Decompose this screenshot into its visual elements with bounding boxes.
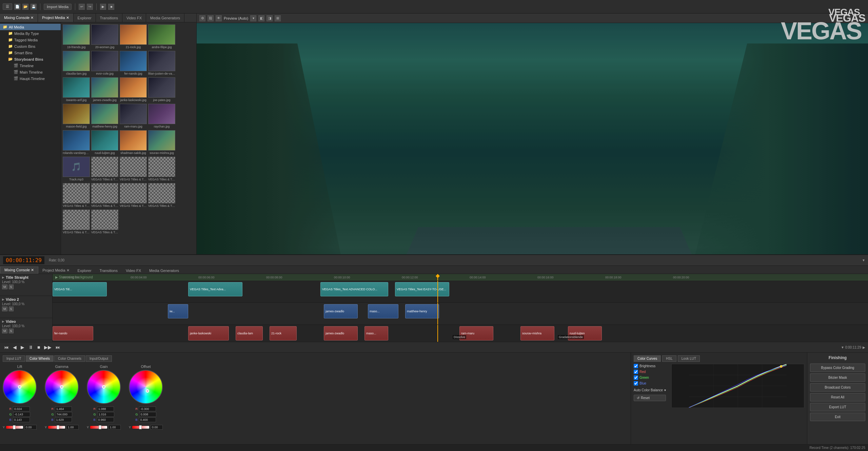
tab-input-lut[interactable]: Input LUT (3, 355, 25, 362)
bezier-mask-button[interactable]: Bézier Mask (810, 373, 865, 382)
table-row[interactable]: iw... (168, 304, 188, 318)
stop-icon[interactable]: ■ (108, 4, 114, 10)
offset-wheel[interactable] (129, 370, 163, 404)
gain-wheel-handle[interactable] (102, 385, 105, 389)
chain-icon[interactable]: ⛓ (208, 15, 214, 21)
list-item[interactable]: VEGAS Titles & Text BEAUTIFUL VIGNE... (91, 182, 119, 208)
gamma-y-input[interactable] (66, 425, 79, 430)
transport-go-end[interactable]: ⏭ (54, 345, 62, 350)
list-item[interactable]: claudia-lam.jpg (62, 50, 90, 76)
tab-media-generators[interactable]: Media Generators (146, 14, 184, 22)
tree-all-media[interactable]: 📁 All Media (0, 24, 61, 30)
tab-mixing-console-tl[interactable]: Mixing Console ✕ (0, 267, 38, 274)
table-row[interactable]: james-zwadlo (324, 326, 358, 340)
table-row[interactable]: james-zwadlo (324, 304, 358, 318)
list-item[interactable]: lilian-justen-de-vasco ncellos.jpg (148, 50, 176, 76)
lift-r-input[interactable] (13, 407, 30, 411)
list-item[interactable]: VEGAS Titles & Text 43 (119, 156, 147, 182)
gain-r-input[interactable] (97, 407, 114, 411)
track-solo-2[interactable]: S (9, 307, 14, 311)
preview-btn3[interactable]: ⊞ (275, 15, 281, 21)
list-item[interactable]: 20-women.jpg (91, 24, 119, 50)
tree-smart-bins[interactable]: 📁 Smart Bins (0, 50, 61, 56)
lift-y-slider[interactable] (6, 426, 23, 429)
table-row[interactable]: fer-nando (53, 326, 93, 340)
list-item[interactable]: matthew-henry.jpg (91, 103, 119, 129)
new-icon[interactable]: 📄 (14, 4, 20, 10)
tab-transitions-tl[interactable]: Transitions (96, 268, 122, 274)
auto-balance-dropdown[interactable]: ▾ (664, 388, 666, 392)
save-icon[interactable]: 💾 (31, 4, 37, 10)
list-item[interactable]: joe-yates.jpg (148, 77, 176, 102)
tab-project-media-tl[interactable]: Project Media ✕ (38, 267, 73, 274)
lift-g-input[interactable] (13, 412, 30, 417)
table-row[interactable]: janke-laskowski (188, 326, 229, 340)
list-item[interactable]: VEGAS Titles & Text DISCOVER CREATI... (91, 209, 119, 235)
track-solo-3[interactable]: S (9, 329, 14, 333)
gamma-g-input[interactable] (55, 412, 72, 417)
tree-storyboard-bins[interactable]: 📂 Storyboard Bins (0, 56, 61, 62)
app-menu[interactable]: ☰ (3, 3, 12, 10)
track-mute-1[interactable]: M (2, 285, 7, 289)
list-item[interactable]: james-zwadlo.jpg (91, 77, 119, 102)
tab-color-wheels[interactable]: Color Wheels (26, 355, 54, 362)
table-row[interactable]: sourav-mishra (520, 326, 554, 340)
tab-input-output[interactable]: Input/Output (86, 355, 112, 362)
table-row[interactable]: VEGAS Titl... (53, 282, 107, 296)
list-item[interactable]: VEGAS Titles & Text DIRECT UPLOAD TO (148, 182, 176, 208)
green-check[interactable]: Green (634, 375, 666, 380)
list-item[interactable]: fer-nando.jpg (119, 50, 147, 76)
import-media-btn[interactable]: Import Media (44, 4, 72, 10)
transport-pause[interactable]: ⏸ (27, 345, 35, 350)
track-expand-icon-2[interactable]: ▶ (2, 298, 4, 301)
gain-b-input[interactable] (97, 417, 114, 422)
track-mute-3[interactable]: M (2, 329, 7, 333)
list-item[interactable]: 🎵 Track.mp3 (62, 156, 90, 182)
curves-graph[interactable] (671, 364, 804, 408)
offset-wheel-handle[interactable] (146, 389, 149, 393)
broadcast-colors-button[interactable]: Broadcast Colors (810, 383, 865, 392)
table-row[interactable]: matthew-henry (405, 304, 439, 318)
tab-color-channels[interactable]: Color Channels (54, 355, 85, 362)
transport-go-start[interactable]: ⏮ (3, 345, 10, 350)
list-item[interactable]: VEGAS Titles & Text 45 (148, 156, 176, 182)
tab-explorer[interactable]: Explorer (74, 14, 96, 22)
table-row[interactable]: VEGAS Titles_Text EASY-TO-USE... (395, 282, 449, 296)
table-row[interactable]: 21-rock (270, 326, 297, 340)
reset-all-button[interactable]: Reset All (810, 393, 865, 401)
transport-play-back[interactable]: ◀ (12, 345, 18, 350)
redo-icon[interactable]: ↪ (87, 4, 93, 10)
tree-main-timeline[interactable]: 🎬 Main Timeline (0, 69, 61, 75)
gain-y-slider[interactable] (90, 426, 107, 429)
tab-project-media[interactable]: Project Media ✕ (38, 14, 73, 22)
tab-hsl[interactable]: HSL (662, 355, 676, 362)
tree-custom-bins[interactable]: 📁 Custom Bins (0, 43, 61, 50)
list-item[interactable]: mason-field.jpg (62, 103, 90, 129)
tree-tagged-media[interactable]: 📁 Tagged Media (0, 37, 61, 43)
list-item[interactable]: sourav-mishra.jpg (148, 130, 176, 155)
gamma-wheel-handle[interactable] (60, 385, 63, 389)
table-row[interactable]: claudia-lam (236, 326, 263, 340)
track-solo-1[interactable]: S (9, 285, 14, 289)
blue-check[interactable]: Blue (634, 381, 666, 386)
lift-wheel-handle[interactable] (18, 385, 21, 389)
brightness-check[interactable]: Brightness (634, 364, 666, 368)
tab-media-generators-tl[interactable]: Media Generators (145, 268, 183, 274)
tab-color-curves[interactable]: Color Curves (634, 355, 661, 362)
gain-y-input[interactable] (108, 425, 121, 430)
gain-y-thumb[interactable] (99, 425, 101, 429)
list-item[interactable]: evor-cole.jpg (91, 50, 119, 76)
exit-button[interactable]: Exit (810, 413, 865, 421)
gamma-r-input[interactable] (55, 407, 72, 411)
gamma-b-input[interactable] (55, 417, 72, 422)
blue-checkbox[interactable] (634, 381, 638, 386)
green-checkbox[interactable] (634, 375, 638, 380)
open-icon[interactable]: 📂 (22, 4, 28, 10)
offset-y-thumb[interactable] (139, 425, 142, 429)
table-row[interactable]: VEGAS Titles_Text ADVANCED COLO... (320, 282, 388, 296)
track-mute-2[interactable]: M (2, 307, 7, 311)
lift-b-input[interactable] (13, 417, 30, 422)
gamma-y-slider[interactable] (48, 426, 65, 429)
offset-g-input[interactable] (139, 412, 156, 417)
transport-play-fwd[interactable]: ▶▶ (43, 345, 53, 350)
